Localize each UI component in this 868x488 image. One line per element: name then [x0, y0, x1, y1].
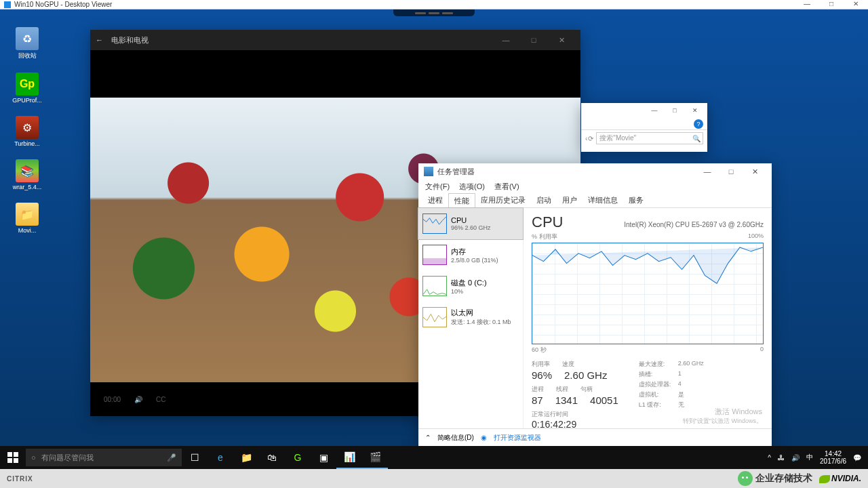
- file-explorer-window: — □ ✕ ? ‹⟳ 搜索"Movie" 🔍: [581, 103, 707, 152]
- movies-close-button[interactable]: ✕: [548, 36, 575, 45]
- cpu-usage-chart: [532, 243, 764, 344]
- tab-startup[interactable]: 启动: [531, 193, 557, 207]
- host-status-bar: CITRIX 企业存储技术 NVIDIA.: [0, 469, 868, 488]
- citrix-window-icon: [4, 1, 11, 8]
- movies-titlebar[interactable]: ← 电影和电视 — □ ✕: [90, 30, 580, 50]
- sidebar-ethernet-card[interactable]: 以太网发送: 1.4 接收: 0.1 Mb: [418, 302, 523, 333]
- svg-rect-0: [423, 258, 446, 264]
- menu-file[interactable]: 文件(F): [425, 182, 450, 192]
- outer-minimize-button[interactable]: —: [795, 0, 819, 7]
- sidebar-cpu-card[interactable]: CPU96% 2.60 GHz: [418, 208, 523, 239]
- process-count: 87: [532, 394, 543, 406]
- turbine-icon[interactable]: ⚙Turbine...: [7, 116, 47, 147]
- wechat-icon: [738, 471, 753, 486]
- tab-performance[interactable]: 性能: [448, 193, 475, 208]
- taskmgr-close-button[interactable]: ✕: [743, 167, 766, 176]
- start-button[interactable]: [0, 446, 26, 469]
- cortana-search-input[interactable]: ○ 有问题尽管问我 🎤: [26, 449, 182, 466]
- nvidia-logo: NVIDIA.: [819, 474, 861, 483]
- windows-taskbar: ○ 有问题尽管问我 🎤 ☐ e 📁 🛍 G ▣ 📊 🎬 ^ 🖧 🔊 中 14:4…: [0, 446, 868, 469]
- winrar-icon[interactable]: 📚wrar_5.4...: [7, 159, 47, 190]
- volume-icon[interactable]: 🔊: [134, 396, 142, 403]
- cmd-taskbar-icon[interactable]: ▣: [311, 446, 336, 469]
- uptime: 0:16:42:29: [532, 419, 618, 430]
- taskbar-clock[interactable]: 14:422017/6/6: [820, 450, 846, 465]
- handle-count: 40051: [590, 394, 618, 406]
- citrix-title: Win10 NoGPU - Desktop Viewer: [14, 1, 112, 8]
- svg-rect-1: [7, 452, 12, 457]
- outer-maximize-button[interactable]: □: [819, 0, 844, 7]
- citrix-toolbar-nub[interactable]: [393, 9, 475, 16]
- explorer-close-button[interactable]: ✕: [686, 107, 705, 114]
- movies-title: 电影和电视: [111, 35, 149, 45]
- tray-chevron-icon[interactable]: ^: [768, 454, 771, 462]
- task-view-button[interactable]: ☐: [182, 446, 208, 469]
- cc-icon[interactable]: CC: [156, 396, 165, 403]
- tab-history[interactable]: 应用历史记录: [475, 193, 531, 207]
- back-icon[interactable]: ←: [96, 36, 103, 44]
- store-taskbar-icon[interactable]: 🛍: [259, 446, 285, 469]
- wechat-watermark: 企业存储技术: [738, 471, 812, 486]
- action-center-icon[interactable]: 💬: [853, 454, 861, 462]
- citrix-titlebar: Win10 NoGPU - Desktop Viewer — □ ✕: [0, 0, 868, 9]
- movies-minimize-button[interactable]: —: [492, 36, 519, 45]
- menu-view[interactable]: 查看(V): [494, 182, 519, 192]
- taskmgr-tabs: 进程 性能 应用历史记录 启动 用户 详细信息 服务: [418, 193, 772, 208]
- tab-details[interactable]: 详细信息: [583, 193, 623, 207]
- gpuprof-taskbar-icon[interactable]: G: [285, 446, 311, 469]
- svg-rect-3: [7, 458, 12, 463]
- help-icon[interactable]: ?: [694, 119, 703, 129]
- cpu-speed: 2.60 GHz: [564, 369, 607, 381]
- svg-rect-2: [14, 452, 18, 457]
- explorer-refresh-icon[interactable]: ⟳: [588, 135, 593, 142]
- tab-processes[interactable]: 进程: [422, 193, 448, 207]
- taskmgr-menu: 文件(F) 选项(O) 查看(V): [418, 180, 772, 193]
- movies-maximize-button[interactable]: □: [520, 36, 547, 45]
- tab-users[interactable]: 用户: [557, 193, 583, 207]
- resource-monitor-link[interactable]: 打开资源监视器: [494, 433, 541, 443]
- menu-options[interactable]: 选项(O): [459, 182, 485, 192]
- recycle-bin-icon[interactable]: ♻回收站: [7, 27, 47, 60]
- explorer-maximize-button[interactable]: □: [665, 107, 684, 114]
- explorer-search-input[interactable]: 搜索"Movie" 🔍: [596, 132, 703, 144]
- playback-time: 00:00: [104, 396, 121, 403]
- svg-rect-4: [14, 458, 18, 463]
- cpu-model: Intel(R) Xeon(R) CPU E5-2697 v3 @ 2.60GH…: [624, 221, 764, 228]
- sidebar-memory-card[interactable]: 内存2.5/8.0 GB (31%): [418, 239, 523, 270]
- task-manager-window: 任务管理器 — □ ✕ 文件(F) 选项(O) 查看(V) 进程 性能 应用历史…: [418, 163, 772, 446]
- movies-taskbar-icon[interactable]: 🎬: [362, 446, 388, 469]
- ime-indicator[interactable]: 中: [806, 453, 813, 462]
- explorer-minimize-button[interactable]: —: [645, 107, 664, 114]
- explorer-taskbar-icon[interactable]: 📁: [233, 446, 259, 469]
- taskmgr-main-panel: CPU Intel(R) Xeon(R) CPU E5-2697 v3 @ 2.…: [524, 208, 772, 428]
- thread-count: 1341: [555, 394, 578, 406]
- cpu-heading: CPU: [532, 214, 563, 231]
- search-icon: 🔍: [692, 135, 701, 142]
- system-tray: ^ 🖧 🔊 中 14:422017/6/6 💬: [761, 450, 868, 465]
- volume-tray-icon[interactable]: 🔊: [791, 454, 800, 462]
- cpu-utilization: 96%: [532, 369, 552, 381]
- windows-activation-watermark: 激活 Windows 转到"设置"以激活 Windows。: [683, 407, 762, 426]
- taskmgr-sidebar: CPU96% 2.60 GHz 内存2.5/8.0 GB (31%) 磁盘 0 …: [418, 208, 524, 428]
- explorer-back-icon[interactable]: ‹: [585, 135, 587, 142]
- taskmgr-title: 任务管理器: [437, 167, 475, 177]
- gpuprof-icon[interactable]: GpGPUProf...: [7, 73, 47, 104]
- taskmgr-icon: [424, 167, 433, 176]
- taskmgr-taskbar-icon[interactable]: 📊: [336, 446, 362, 469]
- movie-folder-icon[interactable]: 📁Movi...: [7, 203, 47, 234]
- chevron-up-icon[interactable]: ⌃: [425, 434, 431, 441]
- sidebar-disk-card[interactable]: 磁盘 0 (C:)10%: [418, 270, 523, 302]
- taskmgr-maximize-button[interactable]: □: [719, 167, 743, 176]
- cortana-icon: ○: [31, 453, 36, 462]
- network-icon[interactable]: 🖧: [778, 454, 785, 462]
- fewer-details-link[interactable]: 简略信息(D): [437, 433, 474, 443]
- taskmgr-minimize-button[interactable]: —: [696, 167, 719, 176]
- remote-desktop: ♻回收站 GpGPUProf... ⚙Turbine... 📚wrar_5.4.…: [0, 9, 868, 469]
- tab-services[interactable]: 服务: [623, 193, 649, 207]
- edge-taskbar-icon[interactable]: e: [208, 446, 233, 469]
- outer-close-button[interactable]: ✕: [844, 0, 868, 7]
- desktop-icons-area: ♻回收站 GpGPUProf... ⚙Turbine... 📚wrar_5.4.…: [7, 27, 47, 234]
- microphone-icon[interactable]: 🎤: [167, 453, 176, 462]
- taskmgr-titlebar[interactable]: 任务管理器 — □ ✕: [418, 163, 772, 180]
- citrix-logo: CITRIX: [7, 475, 33, 483]
